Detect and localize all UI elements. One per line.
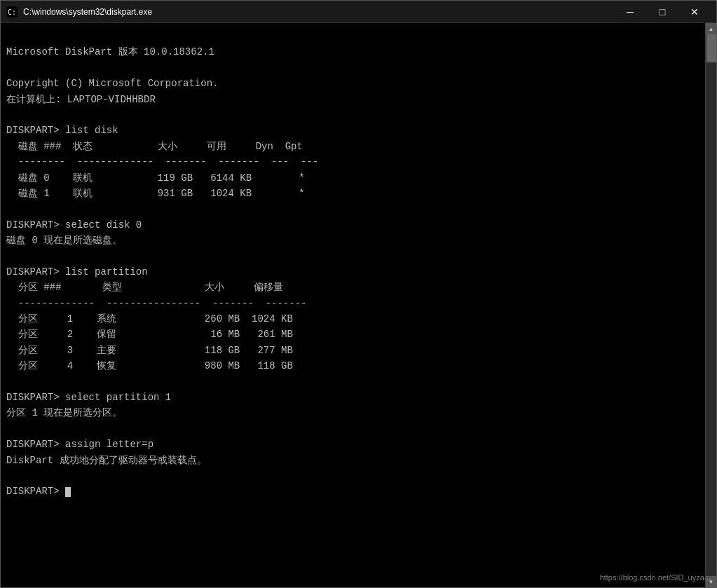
svg-text:C:: C:	[8, 8, 16, 16]
close-button[interactable]: ✕	[678, 1, 711, 23]
title-bar: C: C:\windows\system32\diskpart.exe ─ □ …	[1, 1, 716, 23]
console-output[interactable]: Microsoft DiskPart 版本 10.0.18362.1 Copyr…	[1, 23, 705, 587]
part4-row: 分区 4 恢复 980 MB 118 GB	[6, 360, 293, 371]
prompt-line: DISKPART>	[6, 486, 71, 497]
disk-header: 磁盘 ### 状态 大小 可用 Dyn Gpt	[6, 141, 303, 152]
scroll-up-button[interactable]: ▲	[706, 23, 717, 34]
scrollbar[interactable]: ▲ ▼	[705, 23, 716, 587]
window-controls: ─ □ ✕	[614, 1, 711, 23]
select-part-result: 分区 1 现在是所选分区。	[6, 407, 122, 418]
cmd2: DISKPART> select disk 0	[6, 219, 142, 231]
disk0-row: 磁盘 0 联机 119 GB 6144 KB *	[6, 172, 305, 184]
part-header: 分区 ### 类型 大小 偏移量	[6, 282, 283, 293]
part1-row: 分区 1 系统 260 MB 1024 KB	[6, 313, 293, 324]
disk1-row: 磁盘 1 联机 931 GB 1024 KB *	[6, 188, 305, 199]
scrollbar-track[interactable]	[706, 34, 716, 576]
part2-row: 分区 2 保留 16 MB 261 MB	[6, 329, 293, 340]
cmd5: DISKPART> assign letter=p	[6, 439, 153, 450]
computer-line: 在计算机上: LAPTOP-VIDHHBDR	[6, 94, 156, 105]
cmd3: DISKPART> list partition	[6, 266, 148, 278]
minimize-button[interactable]: ─	[614, 1, 646, 23]
part3-row: 分区 3 主要 118 GB 277 MB	[6, 345, 293, 356]
assign-result: DiskPart 成功地分配了驱动器号或装载点。	[6, 455, 207, 466]
cmd4: DISKPART> select partition 1	[6, 392, 171, 403]
scrollbar-thumb[interactable]	[706, 34, 716, 62]
console-area: Microsoft DiskPart 版本 10.0.18362.1 Copyr…	[1, 23, 716, 587]
cmd1: DISKPART> list disk	[6, 125, 118, 136]
disk-separator: -------- ------------- ------- ------- -…	[6, 156, 318, 167]
window-icon: C:	[6, 6, 18, 18]
cursor	[65, 487, 71, 497]
watermark: https://blog.csdn.net/SID_uyza...	[600, 573, 711, 582]
prompt-text: DISKPART>	[6, 486, 65, 497]
part-separator: ------------- ---------------- ------- -…	[6, 298, 306, 309]
copyright-line: Copyright (C) Microsoft Corporation.	[6, 78, 218, 89]
maximize-button[interactable]: □	[646, 1, 678, 23]
select-disk-result: 磁盘 0 现在是所选磁盘。	[6, 235, 122, 246]
cmd-window: C: C:\windows\system32\diskpart.exe ─ □ …	[0, 0, 717, 588]
version-line: Microsoft DiskPart 版本 10.0.18362.1	[6, 46, 214, 57]
window-title: C:\windows\system32\diskpart.exe	[23, 7, 614, 17]
